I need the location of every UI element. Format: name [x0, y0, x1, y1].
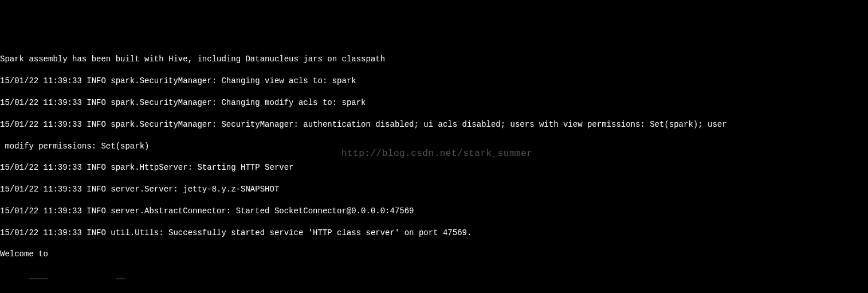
terminal-output: Spark assembly has been built with Hive,… — [0, 44, 868, 293]
ascii-art-line: ____ __ — [0, 271, 868, 282]
log-line: 15/01/22 11:39:33 INFO spark.SecurityMan… — [0, 119, 868, 130]
watermark-text: http://blog.csdn.net/stark_summer — [341, 148, 532, 161]
log-line: Spark assembly has been built with Hive,… — [0, 54, 868, 65]
log-line: Welcome to — [0, 249, 868, 260]
log-line: 15/01/22 11:39:33 INFO spark.SecurityMan… — [0, 97, 868, 108]
log-line: 15/01/22 11:39:33 INFO spark.HttpServer:… — [0, 162, 868, 173]
log-line: 15/01/22 11:39:33 INFO server.AbstractCo… — [0, 206, 868, 217]
log-line: 15/01/22 11:39:33 INFO spark.SecurityMan… — [0, 76, 868, 87]
log-line: 15/01/22 11:39:33 INFO server.Server: je… — [0, 184, 868, 195]
log-line: 15/01/22 11:39:33 INFO util.Utils: Succe… — [0, 228, 868, 239]
